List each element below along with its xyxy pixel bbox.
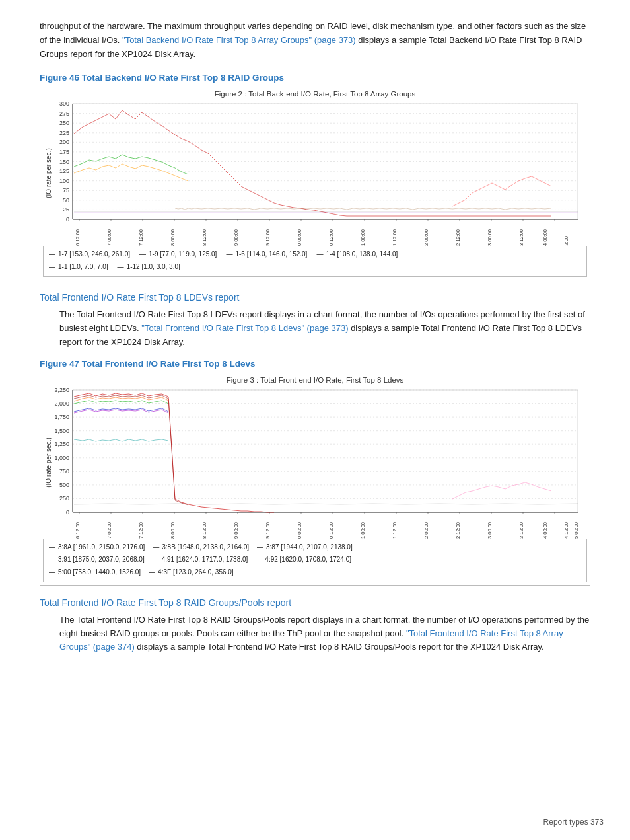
figure-47-legend: —3:8A [1961.0, 2150.0, 2176.0] —3:8B [19… xyxy=(43,539,587,582)
svg-text:12/11 00:00: 12/11 00:00 xyxy=(360,229,366,246)
svg-text:175: 175 xyxy=(59,149,69,155)
figure-47-chart-area: (IO rate per sec.) xyxy=(43,387,587,539)
legend-item-6: 1-12 [1.0, 3.0, 3.0] xyxy=(127,261,180,272)
svg-text:12/08 00:00: 12/08 00:00 xyxy=(170,522,176,539)
svg-text:12/11 00:00: 12/11 00:00 xyxy=(360,522,366,539)
svg-text:12/08 00:00: 12/08 00:00 xyxy=(170,229,176,246)
svg-text:250: 250 xyxy=(59,495,69,502)
svg-text:12/07 12:00: 12/07 12:00 xyxy=(138,229,144,246)
svg-text:12/14 12:00: 12/14 12:00 xyxy=(563,522,569,539)
svg-text:200: 200 xyxy=(59,139,69,146)
legend-item-4: 1-4 [108.0, 138.0, 144.0] xyxy=(326,248,398,260)
figure-47-caption: Figure 3 : Total Front-end I/O Rate, Fir… xyxy=(43,376,587,384)
section-1-link[interactable]: "Total Frontend I/O Rate First Top 8 Lde… xyxy=(141,323,348,333)
svg-text:12/10 12:00: 12/10 12:00 xyxy=(328,522,334,539)
svg-text:12/10 12:00: 12/10 12:00 xyxy=(328,229,334,246)
figure-47-block: Figure 47 Total Frontend I/O Rate First … xyxy=(40,359,590,586)
svg-text:500: 500 xyxy=(59,482,69,488)
svg-text:12/08 12:00: 12/08 12:00 xyxy=(201,522,207,539)
svg-text:12/10 00:00: 12/10 00:00 xyxy=(297,229,302,246)
svg-text:250: 250 xyxy=(59,120,69,127)
svg-text:2,250: 2,250 xyxy=(54,387,69,393)
legend47-item-2: 3:8B [1948.0, 2138.0, 2164.0] xyxy=(162,541,249,553)
svg-text:1,250: 1,250 xyxy=(54,441,69,447)
figure-47-chart: Figure 3 : Total Front-end I/O Rate, Fir… xyxy=(40,373,590,586)
svg-text:1,000: 1,000 xyxy=(54,455,69,461)
svg-text:12/14 00:00: 12/14 00:00 xyxy=(542,522,548,539)
svg-text:25: 25 xyxy=(63,207,69,213)
svg-text:12/07 00:00: 12/07 00:00 xyxy=(106,522,112,539)
svg-text:12/09 00:00: 12/09 00:00 xyxy=(233,229,239,246)
figure-46-title: Figure 46 Total Backend I/O Rate First T… xyxy=(40,73,590,83)
svg-text:12/14 12:00: 12/14 12:00 xyxy=(563,236,569,246)
section-2-heading: Total Frontend I/O Rate First Top 8 RAID… xyxy=(40,597,590,608)
svg-text:(IO rate per sec.): (IO rate per sec.) xyxy=(45,149,52,199)
svg-text:12/12 12:00: 12/12 12:00 xyxy=(455,522,461,539)
footer-text: Report types 373 xyxy=(543,818,604,827)
svg-text:75: 75 xyxy=(63,188,69,194)
intro-paragraph: throughput of the hardware. The maximum … xyxy=(40,20,590,61)
svg-text:12/09 00:00: 12/09 00:00 xyxy=(233,522,239,539)
figure-47-title: Figure 47 Total Frontend I/O Rate First … xyxy=(40,359,590,369)
legend47-row-3: —5:00 [758.0, 1440.0, 1526.0] —4:3F [123… xyxy=(49,566,581,578)
legend47-item-5: 4:91 [1624.0, 1717.0, 1738.0] xyxy=(162,554,248,565)
svg-text:12/13 00:00: 12/13 00:00 xyxy=(487,522,493,539)
svg-text:2,000: 2,000 xyxy=(54,400,69,406)
svg-text:275: 275 xyxy=(59,110,69,117)
svg-text:1,500: 1,500 xyxy=(54,427,69,434)
figure-46-chart: Figure 2 : Total Back-end I/O Rate, Firs… xyxy=(40,87,590,280)
section-2-text-2: displays a sample Total Frontend I/O Rat… xyxy=(135,642,544,652)
legend47-item-3: 3:87 [1944.0, 2107.0, 2138.0] xyxy=(266,541,353,553)
section-1-heading: Total Frontend I/O Rate First Top 8 LDEV… xyxy=(40,292,590,303)
svg-text:12/13 00:00: 12/13 00:00 xyxy=(487,229,493,246)
svg-text:300: 300 xyxy=(59,100,69,107)
svg-text:12/13 12:00: 12/13 12:00 xyxy=(518,229,524,246)
figure-46-legend: —1-7 [153.0, 246.0, 261.0] —1-9 [77.0, 1… xyxy=(43,246,587,277)
legend47-row-2: —3:91 [1875.0, 2037.0, 2068.0] —4:91 [16… xyxy=(49,554,581,565)
legend-item-1: 1-7 [153.0, 246.0, 261.0] xyxy=(58,248,130,260)
legend47-item-1: 3:8A [1961.0, 2150.0, 2176.0] xyxy=(58,541,145,553)
svg-text:12/09 12:00: 12/09 12:00 xyxy=(265,229,271,246)
figure-46-svg: (IO rate per sec.) xyxy=(43,100,584,246)
legend47-item-7: 5:00 [758.0, 1440.0, 1526.0] xyxy=(58,566,141,578)
svg-text:12/14 00:00: 12/14 00:00 xyxy=(542,229,548,246)
legend47-item-8: 4:3F [123.0, 264.0, 356.0] xyxy=(158,566,234,578)
legend-item-5: 1-1 [1.0, 7.0, 7.0] xyxy=(58,261,108,272)
svg-text:12/15 00:00: 12/15 00:00 xyxy=(573,522,579,539)
legend-item-2: 1-9 [77.0, 119.0, 125.0] xyxy=(149,248,217,260)
svg-text:(IO rate per sec.): (IO rate per sec.) xyxy=(45,438,52,488)
svg-text:12/12 12:00: 12/12 12:00 xyxy=(455,229,461,246)
svg-text:12/11 12:00: 12/11 12:00 xyxy=(392,229,398,246)
svg-text:12/07 12:00: 12/07 12:00 xyxy=(138,522,144,539)
legend47-item-4: 3:91 [1875.0, 2037.0, 2068.0] xyxy=(58,554,145,565)
svg-text:12/07 00:00: 12/07 00:00 xyxy=(106,229,112,246)
svg-text:12/12 00:00: 12/12 00:00 xyxy=(423,522,429,539)
section-1-body: The Total Frontend I/O Rate First Top 8 … xyxy=(40,308,590,349)
legend-item-3: 1-6 [114.0, 146.0, 152.0] xyxy=(235,248,307,260)
svg-text:1,750: 1,750 xyxy=(54,414,69,420)
legend-row-1: —1-7 [153.0, 246.0, 261.0] —1-9 [77.0, 1… xyxy=(49,248,581,260)
figure-47-svg: (IO rate per sec.) xyxy=(43,387,584,539)
svg-text:12/06 12:00: 12/06 12:00 xyxy=(75,522,81,539)
figure-46-chart-area: (IO rate per sec.) xyxy=(43,100,587,246)
svg-text:0: 0 xyxy=(66,216,69,223)
svg-text:12/12 00:00: 12/12 00:00 xyxy=(423,229,429,246)
legend-row-2: —1-1 [1.0, 7.0, 7.0] —1-12 [1.0, 3.0, 3.… xyxy=(49,261,581,272)
svg-rect-64 xyxy=(73,390,578,512)
svg-text:12/10 00:00: 12/10 00:00 xyxy=(297,522,302,539)
svg-text:150: 150 xyxy=(59,159,69,165)
legend47-row-1: —3:8A [1961.0, 2150.0, 2176.0] —3:8B [19… xyxy=(49,541,581,553)
legend47-item-6: 4:92 [1620.0, 1708.0, 1724.0] xyxy=(265,554,351,565)
page-footer: Report types 373 xyxy=(543,818,604,827)
svg-text:12/09 12:00: 12/09 12:00 xyxy=(265,522,271,539)
svg-text:225: 225 xyxy=(59,130,69,136)
svg-text:50: 50 xyxy=(63,197,69,204)
svg-text:125: 125 xyxy=(59,168,69,174)
svg-text:750: 750 xyxy=(59,468,69,475)
svg-text:12/06 12:00: 12/06 12:00 xyxy=(75,229,81,246)
svg-text:0: 0 xyxy=(66,509,69,515)
svg-text:12/08 12:00: 12/08 12:00 xyxy=(201,229,207,246)
intro-link-1[interactable]: "Total Backend I/O Rate First Top 8 Arra… xyxy=(122,35,356,45)
svg-text:12/13 12:00: 12/13 12:00 xyxy=(518,522,524,539)
figure-46-block: Figure 46 Total Backend I/O Rate First T… xyxy=(40,73,590,280)
